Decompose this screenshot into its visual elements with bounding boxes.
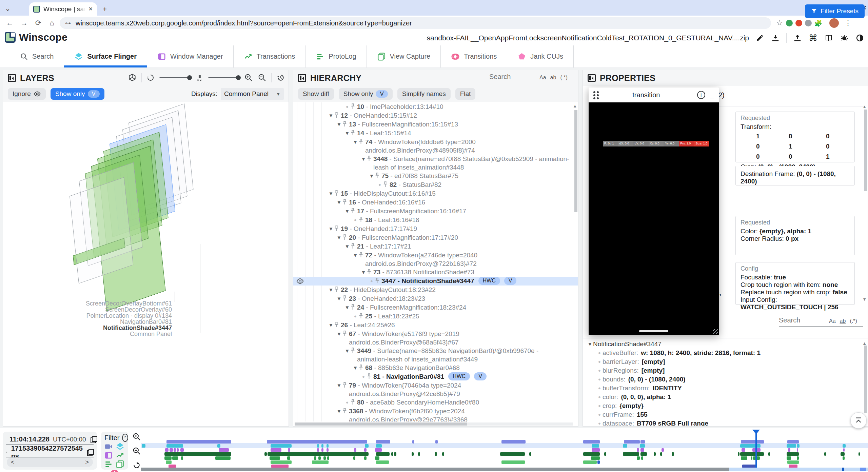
match-option-1[interactable]: ab bbox=[550, 75, 556, 81]
trace-segment[interactable] bbox=[353, 456, 355, 460]
trace-segment[interactable] bbox=[318, 456, 320, 460]
tree-row[interactable]: ▼79 - WindowToken{7046b4a type=2024 andr… bbox=[293, 381, 578, 398]
trace-segment[interactable] bbox=[592, 444, 599, 448]
tab-jank-cujs[interactable]: Jank CUJs bbox=[507, 45, 574, 67]
edit-pencil-icon[interactable] bbox=[755, 33, 765, 43]
expand-arrow-icon[interactable]: ▼ bbox=[328, 321, 334, 329]
trace-segment[interactable] bbox=[843, 448, 845, 452]
trace-segment[interactable] bbox=[859, 452, 860, 456]
pin-icon[interactable] bbox=[334, 286, 341, 292]
timeline-scrollbar[interactable] bbox=[141, 468, 868, 471]
trace-segment[interactable] bbox=[327, 448, 329, 452]
pin-icon[interactable] bbox=[358, 216, 365, 222]
trace-segment[interactable] bbox=[219, 448, 229, 452]
chip-show-diff[interactable]: Show diff bbox=[298, 88, 334, 100]
scroll-down-icon[interactable]: ▼ bbox=[862, 297, 867, 302]
tree-row[interactable]: ●3447 - NotificationShade#3447HWCV bbox=[293, 277, 578, 286]
copy-icon[interactable] bbox=[86, 449, 94, 456]
filter-presets-button[interactable]: Filter Presets bbox=[805, 4, 865, 18]
collapse-panel-icon[interactable] bbox=[588, 74, 596, 82]
pin-icon[interactable] bbox=[358, 251, 365, 258]
tree-row[interactable]: ▼3448 - Surface(name=ed70f88 StatusBar)/… bbox=[293, 155, 578, 172]
trace-segment[interactable] bbox=[787, 444, 796, 448]
zoom-in-icon[interactable] bbox=[244, 73, 253, 82]
search-match-options[interactable]: Aaab(.*) bbox=[539, 75, 568, 81]
pin-icon[interactable] bbox=[342, 381, 349, 388]
tree-row[interactable]: ▼16 - OneHanded:16:16#16 bbox=[293, 198, 578, 207]
scroll-up-icon[interactable]: ▲ bbox=[862, 341, 867, 346]
tab-close-icon[interactable]: ✕ bbox=[88, 6, 93, 12]
timeline-tracks[interactable] bbox=[141, 428, 868, 472]
expand-arrow-icon[interactable]: ▼ bbox=[344, 242, 350, 251]
trace-segment[interactable] bbox=[271, 448, 281, 452]
tree-row[interactable]: ▼3368 - WindowToken{f6b2f60 type=2024 an… bbox=[293, 407, 578, 421]
tab-view-capture[interactable]: View Capture bbox=[367, 45, 441, 67]
timeline-zoom-in-icon[interactable] bbox=[132, 432, 141, 441]
trace-segment[interactable] bbox=[354, 448, 356, 452]
trace-segment[interactable] bbox=[418, 452, 420, 456]
pin-icon[interactable] bbox=[367, 268, 373, 275]
trace-segment[interactable] bbox=[412, 440, 414, 444]
trace-segment[interactable] bbox=[591, 456, 600, 460]
pin-icon[interactable] bbox=[375, 277, 381, 283]
trace-segment[interactable] bbox=[797, 444, 800, 448]
tree-row[interactable]: ●10 - ImePlaceholder:13:14#10 bbox=[293, 102, 578, 111]
trace-segment[interactable] bbox=[181, 456, 183, 460]
trace-segment[interactable] bbox=[321, 448, 323, 452]
tree-row[interactable]: ▼68 - 885b63e NavigationBar0#68 bbox=[293, 363, 578, 372]
show-only-chip[interactable]: Show only V bbox=[51, 88, 104, 100]
rotation-slider[interactable] bbox=[159, 77, 191, 78]
pin-icon[interactable] bbox=[350, 102, 357, 109]
trace-segment[interactable] bbox=[640, 444, 645, 448]
tree-row[interactable]: ▼17 - FullscreenMagnification:16:16#17 bbox=[293, 207, 578, 216]
trace-segment[interactable] bbox=[787, 456, 791, 460]
collapse-timeline-button[interactable] bbox=[850, 412, 867, 429]
tab-transactions[interactable]: Transactions bbox=[234, 45, 306, 67]
pin-icon[interactable] bbox=[334, 111, 341, 118]
trace-segment[interactable] bbox=[741, 440, 764, 444]
match-option-1[interactable]: ab bbox=[840, 318, 846, 324]
ignore-chip[interactable]: Ignore bbox=[8, 88, 46, 100]
pin-icon[interactable] bbox=[375, 172, 381, 178]
property-item[interactable]: ●activeBuffer:w: 1080, h: 2400, stride: … bbox=[583, 349, 863, 357]
trace-segment[interactable] bbox=[327, 444, 329, 448]
trace-segment[interactable] bbox=[264, 452, 267, 456]
expand-arrow-icon[interactable]: ▼ bbox=[336, 233, 342, 242]
documentation-book-icon[interactable] bbox=[824, 33, 833, 43]
expand-arrow-icon[interactable]: ▼ bbox=[360, 268, 367, 276]
tab-window-manager[interactable]: Window Manager bbox=[147, 45, 234, 67]
pin-icon[interactable] bbox=[350, 129, 357, 136]
trace-segment[interactable] bbox=[180, 448, 184, 452]
trace-segment[interactable] bbox=[787, 452, 799, 456]
info-icon[interactable]: i bbox=[697, 91, 705, 99]
trace-segment[interactable] bbox=[170, 448, 173, 452]
trace-segment[interactable] bbox=[412, 452, 414, 456]
tree-row[interactable]: ●25 - Leaf:18:23#25 bbox=[293, 312, 578, 321]
trace-segment[interactable] bbox=[768, 452, 770, 456]
resize-handle-icon[interactable] bbox=[713, 329, 718, 334]
trace-segment[interactable] bbox=[391, 452, 393, 456]
property-node-row[interactable]: ▼ NotificationShade#3447 bbox=[583, 340, 863, 349]
tab-transitions[interactable]: Transitions bbox=[441, 45, 507, 67]
scroll-up-icon[interactable]: ▲ bbox=[862, 104, 867, 109]
property-item[interactable]: ●blurRegions:[empty] bbox=[583, 366, 863, 375]
trace-segment[interactable] bbox=[172, 456, 178, 460]
tree-row[interactable]: ▼3449 - Surface(name=885b63e NavigationB… bbox=[293, 347, 578, 363]
trace-segment[interactable] bbox=[364, 456, 366, 460]
profile-avatar[interactable] bbox=[829, 18, 839, 28]
pin-icon[interactable] bbox=[334, 189, 341, 196]
trace-segment[interactable] bbox=[583, 452, 600, 456]
property-item[interactable]: ●dataspace:BT709 sRGB Full range bbox=[583, 419, 863, 426]
trace-segment[interactable] bbox=[166, 440, 231, 444]
trace-segment[interactable] bbox=[376, 452, 390, 456]
trace-segment[interactable] bbox=[376, 444, 382, 448]
trace-segment[interactable] bbox=[637, 448, 639, 452]
tab-search-chevron-icon[interactable]: ⌄ bbox=[3, 4, 12, 13]
pin-icon[interactable] bbox=[342, 120, 349, 127]
expand-arrow-icon[interactable]: ▼ bbox=[336, 381, 342, 390]
browser-menu-kebab-icon[interactable]: ⋮ bbox=[843, 18, 853, 28]
trace-segment[interactable] bbox=[529, 452, 531, 456]
trace-segment[interactable] bbox=[640, 448, 644, 452]
expand-arrow-icon[interactable]: ▼ bbox=[352, 363, 358, 372]
trace-segment[interactable] bbox=[604, 452, 606, 456]
